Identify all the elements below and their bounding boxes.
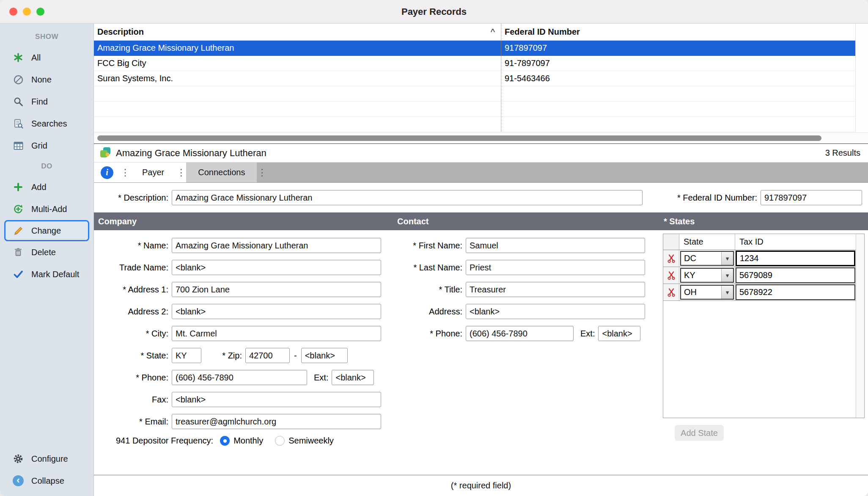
email-label: * Email: bbox=[99, 417, 172, 427]
payer-list: Description ^ Federal ID Number Amazing … bbox=[94, 24, 868, 144]
first-name-input[interactable] bbox=[466, 238, 645, 253]
cell-description: Suran Systems, Inc. bbox=[94, 71, 501, 86]
last-name-input[interactable] bbox=[466, 260, 645, 275]
sidebar-item-label: Find bbox=[31, 97, 48, 107]
zip-input[interactable] bbox=[245, 348, 290, 363]
company-name-label: * Name: bbox=[99, 241, 172, 251]
column-label-description: Description bbox=[97, 27, 144, 37]
state-row: OH ▾ bbox=[663, 284, 856, 301]
delete-state-button[interactable] bbox=[663, 284, 679, 300]
column-header-federal-id[interactable]: Federal ID Number bbox=[501, 24, 855, 40]
company-ext-input[interactable] bbox=[332, 370, 374, 385]
search-icon bbox=[11, 95, 25, 108]
radio-semiweekly[interactable]: Semiweekly bbox=[275, 436, 334, 446]
drag-handle-icon[interactable]: ⋮ bbox=[257, 163, 267, 182]
cell-description: FCC Big City bbox=[94, 56, 501, 71]
radio-monthly[interactable]: Monthly bbox=[220, 436, 263, 446]
add-state-button[interactable]: Add State bbox=[675, 425, 724, 441]
trade-name-input[interactable] bbox=[172, 260, 381, 275]
state-select-value: KY bbox=[681, 269, 721, 282]
sidebar-item-mark-default[interactable]: Mark Default bbox=[0, 263, 93, 285]
sidebar-item-delete[interactable]: Delete bbox=[0, 241, 93, 263]
tax-id-input[interactable] bbox=[736, 251, 855, 266]
state-select[interactable]: KY ▾ bbox=[680, 268, 734, 283]
email-input[interactable] bbox=[172, 414, 381, 429]
title-input[interactable] bbox=[466, 282, 645, 297]
contact-address-input[interactable] bbox=[466, 304, 645, 319]
contact-section-header: Contact bbox=[393, 212, 659, 230]
state-label: * State: bbox=[99, 351, 172, 361]
sidebar-item-grid[interactable]: Grid bbox=[0, 135, 93, 157]
horizontal-scrollbar-thumb[interactable] bbox=[97, 135, 821, 141]
table-row[interactable]: Suran Systems, Inc. 91-5463466 bbox=[94, 71, 855, 86]
state-input[interactable] bbox=[172, 348, 201, 363]
zip4-input[interactable] bbox=[301, 348, 348, 363]
federal-id-label: * Federal ID Number: bbox=[677, 193, 761, 203]
info-icon: i bbox=[101, 166, 113, 179]
vertical-scrollbar-track[interactable] bbox=[855, 24, 868, 132]
chevron-down-icon: ▾ bbox=[721, 286, 733, 299]
list-header: Description ^ Federal ID Number bbox=[94, 24, 855, 41]
fax-input[interactable] bbox=[172, 392, 381, 407]
sidebar-item-all[interactable]: All bbox=[0, 47, 93, 69]
chevron-down-icon: ▾ bbox=[721, 252, 733, 265]
company-name-input[interactable] bbox=[172, 238, 381, 253]
minimize-button[interactable] bbox=[23, 8, 31, 16]
contact-ext-input[interactable] bbox=[598, 326, 640, 341]
states-section-header: * States bbox=[659, 212, 868, 230]
contact-phone-label: * Phone: bbox=[393, 329, 466, 339]
delete-state-button[interactable] bbox=[663, 267, 679, 284]
company-section: Company * Name: Trade Name: * bbox=[94, 212, 393, 475]
close-button[interactable] bbox=[9, 8, 17, 16]
description-input[interactable] bbox=[172, 190, 643, 205]
sidebar-item-add[interactable]: Add bbox=[0, 176, 93, 198]
state-select[interactable]: DC ▾ bbox=[680, 251, 734, 266]
radio-semiweekly-label: Semiweekly bbox=[288, 436, 334, 446]
tax-id-input[interactable] bbox=[736, 267, 855, 283]
sidebar-item-find[interactable]: Find bbox=[0, 91, 93, 113]
tab-connections[interactable]: Connections bbox=[186, 163, 257, 182]
zip-separator: - bbox=[294, 351, 297, 361]
sidebar-item-searches[interactable]: Searches bbox=[0, 113, 93, 135]
traffic-lights bbox=[9, 0, 44, 23]
table-row-empty bbox=[94, 86, 855, 102]
zoom-button[interactable] bbox=[36, 8, 44, 16]
first-name-label: * First Name: bbox=[393, 241, 466, 251]
states-scrollbar-track[interactable] bbox=[856, 234, 864, 418]
drag-handle-icon[interactable]: ⋮ bbox=[176, 163, 186, 182]
city-input[interactable] bbox=[172, 326, 381, 341]
table-row[interactable]: Amazing Grace Missionary Lutheran 917897… bbox=[94, 41, 855, 56]
state-select[interactable]: OH ▾ bbox=[680, 285, 734, 300]
record-title: Amazing Grace Missionary Lutheran bbox=[116, 148, 266, 159]
address1-input[interactable] bbox=[172, 282, 381, 297]
cell-federal-id: 91-7897097 bbox=[501, 56, 855, 71]
federal-id-input[interactable] bbox=[761, 190, 862, 205]
last-name-label: * Last Name: bbox=[393, 263, 466, 273]
sidebar-section-show: SHOW bbox=[0, 27, 93, 47]
tab-payer[interactable]: Payer bbox=[130, 163, 176, 182]
sidebar-item-collapse[interactable]: ‹ Collapse bbox=[0, 470, 93, 492]
sidebar-item-label: Add bbox=[31, 182, 47, 192]
asterisk-icon bbox=[11, 51, 25, 64]
sidebar-item-configure[interactable]: Configure bbox=[0, 448, 93, 470]
column-header-description[interactable]: Description ^ bbox=[94, 27, 501, 38]
delete-state-button[interactable] bbox=[663, 250, 679, 267]
radio-selected-icon bbox=[220, 436, 230, 446]
tax-id-input[interactable] bbox=[736, 284, 855, 300]
pencil-icon bbox=[11, 224, 25, 237]
info-button[interactable]: i bbox=[94, 163, 120, 182]
contact-section: Contact * First Name: * Last Name: bbox=[393, 212, 659, 475]
sidebar-item-label: Delete bbox=[31, 248, 56, 257]
table-row[interactable]: FCC Big City 91-7897097 bbox=[94, 56, 855, 71]
sidebar-item-none[interactable]: None bbox=[0, 69, 93, 91]
sidebar-item-multi-add[interactable]: Multi-Add bbox=[0, 198, 93, 220]
contact-phone-input[interactable] bbox=[466, 326, 574, 341]
horizontal-scrollbar-track[interactable] bbox=[94, 132, 868, 143]
company-phone-input[interactable] bbox=[172, 370, 307, 385]
grid-icon bbox=[11, 139, 25, 152]
sidebar-item-change[interactable]: Change bbox=[4, 220, 89, 241]
sort-ascending-icon: ^ bbox=[491, 27, 495, 38]
sidebar-item-label: Searches bbox=[31, 119, 67, 129]
address2-input[interactable] bbox=[172, 304, 381, 319]
drag-handle-icon[interactable]: ⋮ bbox=[120, 163, 130, 182]
